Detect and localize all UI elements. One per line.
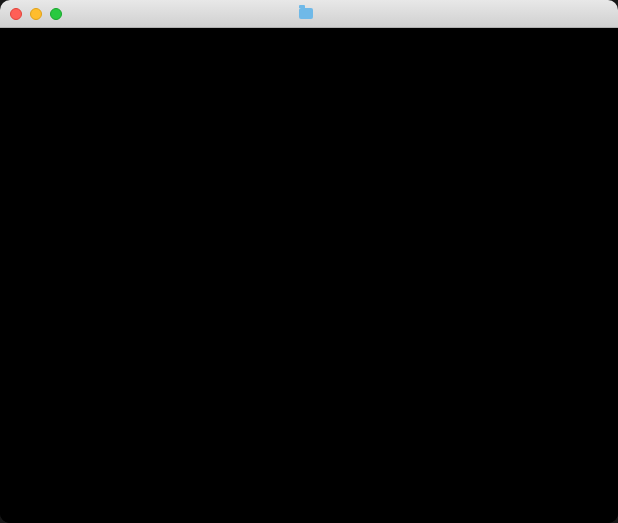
traffic-lights <box>10 8 62 20</box>
titlebar[interactable] <box>0 0 618 28</box>
window-title <box>299 8 319 19</box>
close-button[interactable] <box>10 8 22 20</box>
folder-icon <box>299 8 313 19</box>
minimize-button[interactable] <box>30 8 42 20</box>
maximize-button[interactable] <box>50 8 62 20</box>
terminal-body[interactable] <box>0 28 618 523</box>
terminal-window <box>0 0 618 523</box>
